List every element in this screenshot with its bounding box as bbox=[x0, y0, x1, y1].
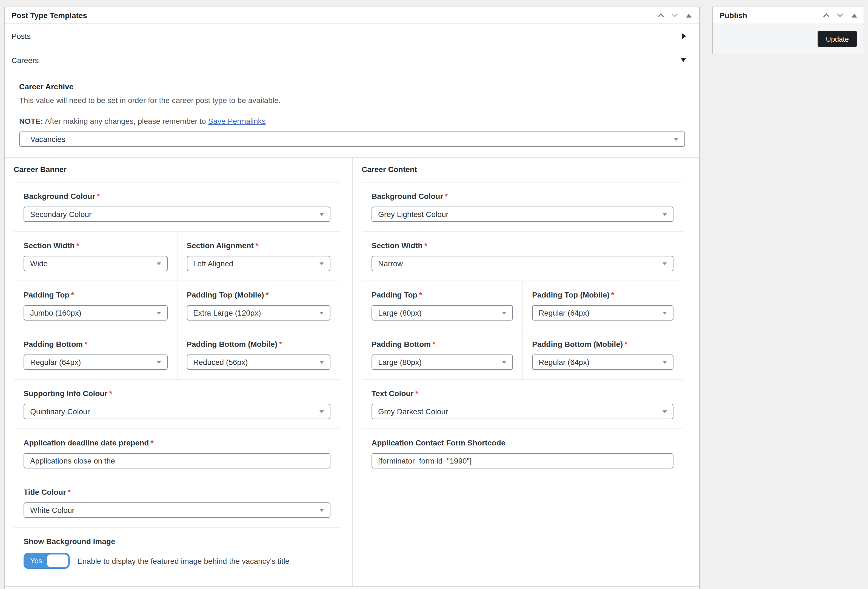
career-banner-group: Background Colour* Secondary Colour Sect… bbox=[14, 182, 340, 581]
field-cell-application-deadline-prepend: Application deadline date prepend* bbox=[14, 429, 340, 478]
career-archive-section: Career Archive This value will need to b… bbox=[5, 72, 699, 157]
banner-supporting-info-colour-select[interactable]: Quintinary Colour bbox=[24, 404, 331, 419]
content-padding-bottom-select[interactable]: Large (80px) bbox=[372, 354, 513, 370]
required-mark: * bbox=[255, 241, 258, 250]
careers-section-body: Career Archive This value will need to b… bbox=[5, 72, 699, 587]
move-down-icon[interactable] bbox=[672, 11, 678, 18]
content-background-colour-select[interactable]: Grey Lightest Colour bbox=[372, 207, 673, 222]
content-padding-bottom-mobile-select[interactable]: Regular (64px) bbox=[532, 354, 673, 370]
field-row: Section Width* Narrow bbox=[362, 232, 683, 281]
field-cell-padding-top: Padding Top* Large (80px) bbox=[362, 281, 522, 330]
required-mark: * bbox=[279, 340, 282, 348]
field-label: Supporting Info Colour* bbox=[24, 388, 331, 398]
field-cell-section-width: Section Width* Narrow bbox=[362, 232, 683, 280]
banner-title-colour-select[interactable]: White Colour bbox=[24, 502, 331, 518]
field-label: Show Background Image bbox=[24, 536, 331, 546]
toggle-on-label: Yes bbox=[24, 554, 48, 568]
careers-columns: Career Banner Background Colour* Seconda… bbox=[5, 157, 699, 587]
content-padding-top-select[interactable]: Large (80px) bbox=[372, 305, 513, 320]
show-background-image-toggle[interactable]: Yes bbox=[24, 553, 69, 569]
field-label: Background Colour* bbox=[24, 191, 331, 201]
career-banner-column: Career Banner Background Colour* Seconda… bbox=[5, 158, 353, 586]
required-mark: * bbox=[415, 389, 418, 398]
field-label: Padding Top (Mobile)* bbox=[532, 290, 673, 300]
content-section-width-select[interactable]: Narrow bbox=[372, 256, 673, 271]
career-archive-note: NOTE: After making any changes, please r… bbox=[19, 116, 685, 126]
banner-padding-top-select[interactable]: Jumbo (160px) bbox=[24, 305, 167, 320]
career-archive-select-value: - Vacancies bbox=[26, 135, 65, 143]
field-label: Padding Top* bbox=[24, 290, 167, 300]
save-permalinks-link[interactable]: Save Permalinks bbox=[208, 117, 266, 125]
banner-section-alignment-select[interactable]: Left Aligned bbox=[187, 256, 331, 271]
field-row: Padding Bottom* Regular (64px) Padding B… bbox=[14, 331, 340, 380]
field-row: Title Colour* White Colour bbox=[14, 478, 340, 528]
career-content-column: Career Content Background Colour* Grey L… bbox=[353, 158, 699, 586]
banner-padding-bottom-mobile-select[interactable]: Reduced (56px) bbox=[187, 354, 331, 370]
career-archive-select[interactable]: - Vacancies bbox=[19, 131, 685, 147]
field-row: Supporting Info Colour* Quintinary Colou… bbox=[14, 380, 340, 429]
field-row: Section Width* Wide Section Alignment* L… bbox=[14, 232, 340, 281]
field-label: Padding Top (Mobile)* bbox=[187, 290, 331, 300]
field-label: Padding Top* bbox=[372, 290, 513, 300]
application-deadline-prepend-input[interactable] bbox=[24, 453, 331, 468]
field-cell-show-background-image: Show Background Image Yes Enable to disp… bbox=[14, 528, 340, 581]
required-mark: * bbox=[71, 290, 74, 299]
spacer bbox=[19, 147, 685, 157]
required-mark: * bbox=[151, 438, 154, 447]
field-row: Show Background Image Yes Enable to disp… bbox=[14, 528, 340, 581]
field-label: Text Colour* bbox=[372, 388, 673, 398]
field-cell-title-colour: Title Colour* White Colour bbox=[14, 478, 340, 527]
required-mark: * bbox=[624, 340, 627, 348]
update-button[interactable]: Update bbox=[818, 31, 857, 47]
chevron-right-icon bbox=[682, 33, 686, 38]
career-content-group: Background Colour* Grey Lightest Colour … bbox=[362, 182, 683, 478]
note-label: NOTE: bbox=[19, 117, 43, 125]
field-row: Text Colour* Grey Darkest Colour bbox=[362, 380, 683, 429]
publish-header: Publish bbox=[713, 7, 864, 24]
field-cell-padding-bottom-mobile: Padding Bottom (Mobile)* Reduced (56px) bbox=[177, 331, 340, 379]
publish-title: Publish bbox=[719, 11, 747, 20]
field-row: Padding Top* Jumbo (160px) Padding Top (… bbox=[14, 281, 340, 331]
contact-form-shortcode-input[interactable] bbox=[372, 453, 673, 468]
career-content-title: Career Content bbox=[362, 164, 699, 174]
field-cell-padding-bottom: Padding Bottom* Regular (64px) bbox=[14, 331, 177, 379]
move-up-icon[interactable] bbox=[658, 13, 664, 20]
field-row: Padding Bottom* Large (80px) Padding Bot… bbox=[362, 331, 683, 380]
move-down-icon[interactable] bbox=[837, 11, 843, 18]
field-label: Title Colour* bbox=[24, 487, 331, 497]
toggle-knob bbox=[47, 555, 68, 567]
field-cell-supporting-info-colour: Supporting Info Colour* Quintinary Colou… bbox=[14, 380, 340, 428]
career-banner-title: Career Banner bbox=[14, 164, 352, 174]
field-label: Background Colour* bbox=[372, 191, 673, 201]
collapse-panel-icon[interactable] bbox=[852, 13, 857, 17]
page: Post Type Templates Posts Careers Career… bbox=[0, 0, 868, 589]
banner-padding-bottom-select[interactable]: Regular (64px) bbox=[24, 354, 167, 370]
field-label: Section Width* bbox=[372, 241, 673, 250]
banner-section-width-select[interactable]: Wide bbox=[24, 256, 167, 271]
field-label: Padding Bottom (Mobile)* bbox=[532, 339, 673, 349]
required-mark: * bbox=[109, 389, 112, 398]
toggle-message: Enable to display the featured image beh… bbox=[77, 556, 289, 566]
banner-background-colour-select[interactable]: Secondary Colour bbox=[24, 207, 331, 222]
field-label: Padding Bottom (Mobile)* bbox=[187, 339, 331, 349]
accordion-row-careers[interactable]: Careers bbox=[5, 48, 699, 72]
move-up-icon[interactable] bbox=[823, 13, 830, 20]
field-label: Application Contact Form Shortcode bbox=[372, 438, 673, 448]
post-type-templates-panel: Post Type Templates Posts Careers Career… bbox=[4, 7, 700, 589]
accordion-row-posts[interactable]: Posts bbox=[5, 24, 699, 48]
required-mark: * bbox=[76, 241, 79, 250]
field-row: Application Contact Form Shortcode bbox=[362, 429, 683, 478]
field-row: Background Colour* Secondary Colour bbox=[14, 183, 340, 232]
content-padding-top-mobile-select[interactable]: Regular (64px) bbox=[532, 305, 673, 320]
field-label: Padding Bottom* bbox=[372, 339, 513, 349]
field-cell-padding-bottom: Padding Bottom* Large (80px) bbox=[362, 331, 522, 379]
accordion-label-posts: Posts bbox=[12, 31, 31, 40]
field-label: Section Width* bbox=[24, 241, 167, 250]
panel-handle-icons bbox=[659, 13, 692, 18]
publish-body: Update bbox=[713, 24, 864, 54]
career-archive-description: This value will need to be set in order … bbox=[19, 95, 685, 105]
content-text-colour-select[interactable]: Grey Darkest Colour bbox=[372, 404, 673, 419]
collapse-panel-icon[interactable] bbox=[686, 13, 692, 17]
required-mark: * bbox=[419, 290, 422, 299]
banner-padding-top-mobile-select[interactable]: Extra Large (120px) bbox=[187, 305, 331, 320]
